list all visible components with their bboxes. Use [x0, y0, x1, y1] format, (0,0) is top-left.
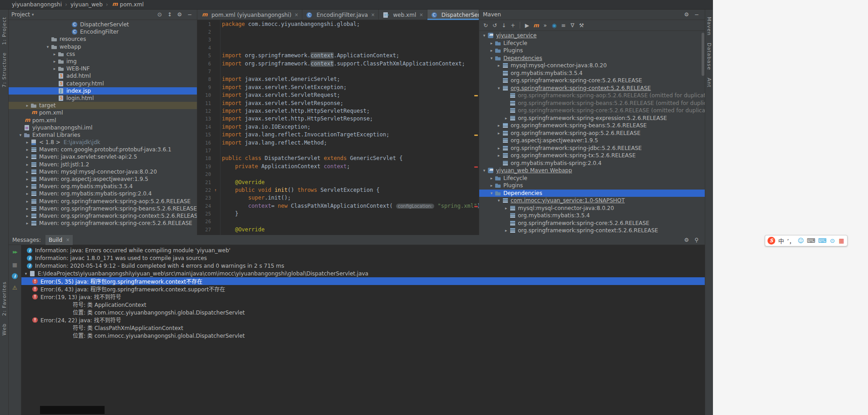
- code-line[interactable]: 25 }: [197, 210, 479, 217]
- close-icon[interactable]: ×: [295, 12, 298, 17]
- ime-punctuation[interactable]: ’，: [787, 236, 795, 245]
- download-sources-icon[interactable]: ↓: [499, 21, 508, 30]
- chevron-right-icon[interactable]: ▸: [24, 199, 30, 204]
- tree-item[interactable]: ▸Maven: org.springframework:spring-beans…: [9, 205, 197, 212]
- code-line[interactable]: 24 context= new ClassPathXmlApplicationC…: [197, 202, 479, 210]
- chevron-down-icon[interactable]: ▾: [481, 168, 487, 173]
- ime-toolbox-icon[interactable]: ▦: [838, 236, 845, 245]
- tool-window-button[interactable]: Web: [1, 323, 7, 335]
- tree-item[interactable]: ▾yiyuan_web Maven Webapp: [479, 167, 705, 175]
- rerun-build-icon[interactable]: ▶▶: [10, 248, 20, 256]
- breadcrumb-item[interactable]: yiyuan_web: [70, 1, 103, 8]
- ime-soft-keyboard-icon[interactable]: ⌨: [818, 236, 827, 245]
- ime-emoji-icon[interactable]: ☺: [798, 236, 804, 245]
- chevron-down-icon[interactable]: ▾: [496, 86, 502, 90]
- tree-item[interactable]: Information: javac 1.8.0_171 was used to…: [21, 254, 705, 262]
- hide-panel-icon[interactable]: −: [185, 10, 194, 19]
- tree-item[interactable]: 位置: 类 com.imocc.yiyuanbangongshi.global.…: [21, 331, 705, 339]
- tree-item[interactable]: ▸org.springframework:spring-expression:5…: [479, 115, 705, 122]
- tree-item[interactable]: ▸Lifecycle: [479, 175, 705, 182]
- skip-tests-icon[interactable]: »: [541, 21, 550, 30]
- code-area[interactable]: 1package com.imocc.yiyuanbangongshi.glob…: [197, 20, 479, 234]
- chevron-right-icon[interactable]: ▸: [488, 183, 495, 188]
- reimport-maven-icon[interactable]: ↻: [481, 21, 490, 30]
- collapse-all-icon[interactable]: ↕: [165, 10, 174, 19]
- chevron-down-icon[interactable]: ▾: [45, 45, 51, 49]
- chevron-down-icon[interactable]: ▾: [496, 198, 502, 203]
- tree-item[interactable]: ▸mysql:mysql-connector-java:8.0.20: [479, 62, 705, 70]
- chevron-right-icon[interactable]: ▸: [24, 177, 30, 181]
- code-line[interactable]: 27 @Override: [197, 225, 479, 233]
- code-line[interactable]: 17: [197, 146, 479, 154]
- hide-panel-icon[interactable]: −: [692, 10, 701, 19]
- tree-item[interactable]: ▸Maven: org.springframework:spring-aop:5…: [9, 198, 197, 205]
- tool-window-button[interactable]: Database: [706, 43, 712, 70]
- tree-item[interactable]: org.mybatis:mybatis:3.5.4: [479, 70, 705, 77]
- tree-item[interactable]: 符号: 类 ClassPathXmlApplicationContext: [21, 324, 705, 331]
- chevron-right-icon[interactable]: ▸: [496, 123, 502, 128]
- taskbar-fragment[interactable]: [40, 406, 105, 414]
- chevron-right-icon[interactable]: ▸: [24, 140, 30, 145]
- chevron-right-icon[interactable]: ▸: [496, 146, 502, 150]
- ime-mic-icon[interactable]: ⊙: [829, 236, 836, 245]
- override-gutter-icon[interactable]: ↑: [212, 188, 219, 192]
- tool-window-button[interactable]: Ant: [706, 78, 712, 88]
- tree-item[interactable]: DispatcherServlet: [9, 21, 197, 28]
- tree-item[interactable]: ▾E:\IdeaProjects\yiyuanbangongshi\yiyuan…: [21, 270, 705, 277]
- show-warnings-icon[interactable]: ⚠: [10, 283, 20, 292]
- code-line[interactable]: 7: [197, 67, 479, 75]
- chevron-right-icon[interactable]: ▸: [24, 147, 30, 152]
- tree-item[interactable]: Error:(6, 43) java: 程序包org.springframewo…: [21, 285, 705, 293]
- chevron-right-icon[interactable]: ▸: [503, 228, 509, 233]
- tree-item[interactable]: ▸Maven: org.springframework:spring-conte…: [9, 212, 197, 220]
- project-panel-title[interactable]: Project: [11, 11, 30, 18]
- code-line[interactable]: 2: [197, 28, 479, 35]
- chevron-right-icon[interactable]: ▸: [24, 184, 30, 189]
- tab-build[interactable]: Build ×: [45, 235, 73, 245]
- tree-item[interactable]: ▸img: [9, 58, 197, 65]
- tree-item[interactable]: ▸Maven: com.google.protobuf:protobuf-jav…: [9, 146, 197, 153]
- chevron-right-icon[interactable]: ▸: [488, 176, 495, 180]
- tree-item[interactable]: org.mybatis:mybatis-spring:2.0.4: [479, 160, 705, 167]
- tree-item[interactable]: ▾Dependencies: [479, 55, 705, 62]
- chevron-right-icon[interactable]: ▸: [24, 206, 30, 211]
- close-icon[interactable]: ×: [419, 12, 423, 17]
- tree-item[interactable]: ▸target: [9, 102, 197, 109]
- chevron-right-icon[interactable]: ▸: [24, 191, 30, 196]
- add-maven-project-icon[interactable]: +: [508, 21, 517, 30]
- tree-item[interactable]: ▸Maven: javax.servlet:servlet-api:2.5: [9, 153, 197, 160]
- tool-window-button[interactable]: 2: Favorites: [1, 281, 7, 316]
- chevron-down-icon[interactable]: ▾: [32, 12, 34, 17]
- tree-item[interactable]: ▸Maven: org.mybatis:mybatis:3.5.4: [9, 183, 197, 190]
- tree-item[interactable]: login.html: [9, 95, 197, 102]
- close-icon[interactable]: ×: [371, 12, 375, 17]
- ime-keyboard-icon[interactable]: ⌨: [807, 236, 815, 245]
- chevron-right-icon[interactable]: ▸: [51, 59, 58, 64]
- chevron-down-icon[interactable]: ▾: [23, 271, 29, 276]
- chevron-down-icon[interactable]: ▾: [488, 56, 495, 60]
- tab-web-xml[interactable]: web.xml×: [379, 10, 427, 20]
- chevron-down-icon[interactable]: ▾: [488, 191, 495, 195]
- code-line[interactable]: 9import javax.servlet.ServletException;: [197, 83, 479, 91]
- tree-item[interactable]: org.springframework:spring-core:5.2.6.RE…: [479, 77, 705, 85]
- chevron-right-icon[interactable]: ▸: [24, 214, 30, 218]
- error-stripe-mark[interactable]: [474, 206, 478, 207]
- tree-item[interactable]: Error:(24, 22) java: 找不到符号: [21, 316, 705, 324]
- tree-item[interactable]: ▸org.springframework:spring-beans:5.2.6.…: [479, 122, 705, 130]
- tree-item[interactable]: ▸Maven: org.springframework:spring-core:…: [9, 220, 197, 227]
- chevron-down-icon[interactable]: ▾: [17, 133, 24, 137]
- tree-item[interactable]: ▸css: [9, 50, 197, 58]
- code-line[interactable]: 16import java.lang.reflect.Method;: [197, 139, 479, 146]
- code-line[interactable]: 23 super.init();: [197, 194, 479, 202]
- locate-file-icon[interactable]: ⊙: [155, 10, 164, 19]
- tree-item[interactable]: org.springframework:spring-beans:5.2.6.R…: [479, 100, 705, 107]
- code-line[interactable]: 13import javax.servlet.http.HttpServletR…: [197, 115, 479, 123]
- offline-mode-icon[interactable]: ◉: [550, 21, 559, 30]
- chevron-right-icon[interactable]: ▸: [488, 48, 495, 53]
- gear-icon[interactable]: ⚙: [682, 10, 691, 19]
- error-stripe[interactable]: [473, 20, 479, 235]
- chevron-right-icon[interactable]: ▸: [496, 153, 502, 158]
- tree-item[interactable]: add.html: [9, 72, 197, 80]
- chevron-right-icon[interactable]: ▸: [488, 41, 495, 45]
- chevron-right-icon[interactable]: ▸: [496, 131, 502, 135]
